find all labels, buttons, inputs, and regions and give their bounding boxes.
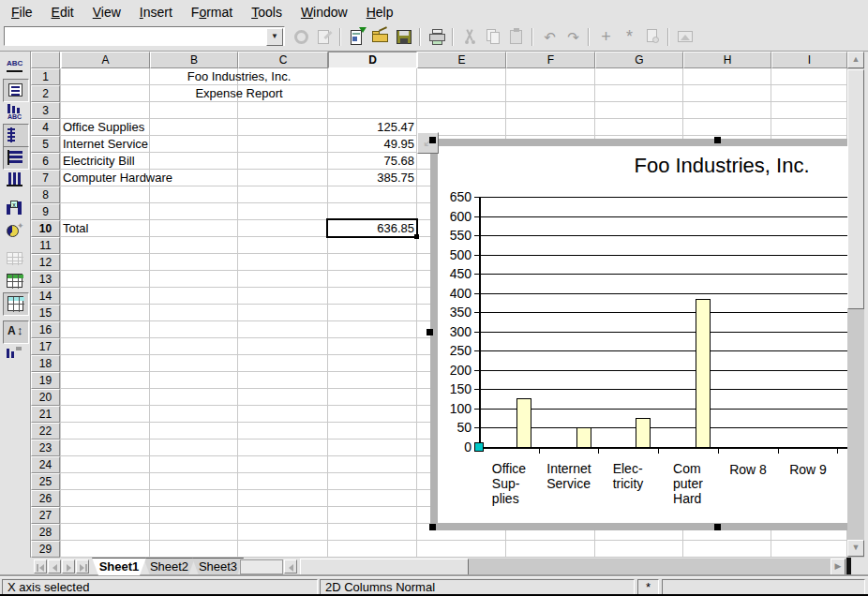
row-header-24[interactable]: 24 [31, 456, 60, 473]
sheet-tab-sheet2[interactable]: Sheet2 [143, 558, 195, 575]
hscroll-right-icon[interactable]: ▶ [831, 559, 846, 575]
x-axis[interactable] [479, 447, 849, 449]
chart-vertical-grid-icon[interactable] [3, 169, 27, 190]
column-header-F[interactable]: F [506, 52, 595, 68]
first-sheet-button[interactable] [34, 559, 47, 574]
vertical-scrollbar[interactable]: ▲ ▼ [847, 52, 864, 558]
row-header-6[interactable]: 6 [31, 153, 60, 170]
cell-title-row2[interactable]: Expense Report [150, 86, 328, 101]
menu-window[interactable]: Window [292, 3, 357, 22]
bar-internet-service[interactable] [576, 427, 591, 448]
sheet-tab-sheet3[interactable]: Sheet3 [192, 558, 244, 575]
cell-title-row1[interactable]: Foo Industries, Inc. [150, 69, 328, 84]
last-sheet-button[interactable] [76, 559, 89, 574]
x-axis-category-label[interactable]: Row 8 [718, 461, 778, 478]
menu-tools[interactable]: Tools [242, 3, 292, 22]
row-header-11[interactable]: 11 [31, 237, 60, 254]
axis-selection-handle[interactable] [474, 442, 484, 452]
row-header-5[interactable]: 5 [31, 136, 60, 153]
x-axis-category-label[interactable]: Com puter Hard [658, 461, 718, 507]
new-document-icon[interactable] [347, 26, 368, 48]
chart-data-in-columns-icon[interactable] [3, 292, 29, 316]
vertical-scrollbar-thumb[interactable] [847, 69, 864, 309]
cell-label-row7[interactable]: Computer Hardware [63, 171, 172, 186]
column-header-D[interactable]: D [328, 52, 417, 68]
chart-reorganize-icon[interactable] [3, 343, 27, 365]
column-header-E[interactable]: E [417, 52, 506, 68]
menu-edit[interactable]: Edit [42, 3, 83, 22]
row-header-13[interactable]: 13 [31, 271, 60, 288]
menu-view[interactable]: View [83, 3, 130, 22]
x-axis-category-label[interactable]: Office Sup- plies [479, 461, 539, 507]
chart-legend-onoff-icon[interactable] [3, 79, 29, 102]
chart-title-onoff-icon[interactable]: ABC [3, 56, 27, 78]
row-header-12[interactable]: 12 [31, 254, 60, 271]
row-header-7[interactable]: 7 [31, 170, 60, 186]
chart-axes-descriptions-icon[interactable] [3, 124, 29, 147]
chart-edit-type-icon[interactable]: x [3, 197, 27, 218]
row-header-17[interactable]: 17 [31, 338, 60, 355]
x-axis-category-label[interactable]: Internet Service [539, 461, 599, 492]
chart-data-in-rows-icon[interactable] [3, 270, 27, 291]
cell-label-row5[interactable]: Internet Service [63, 137, 148, 152]
column-header-I[interactable]: I [771, 52, 847, 68]
row-header-22[interactable]: 22 [31, 423, 60, 440]
combobox-dropdown-icon[interactable]: ▼ [266, 28, 283, 46]
column-header-A[interactable]: A [61, 52, 150, 68]
cell-value-row7[interactable]: 385.75 [328, 171, 414, 186]
menu-help[interactable]: Help [357, 3, 403, 22]
open-icon[interactable] [370, 26, 392, 48]
sheet-tab-sheet1[interactable]: Sheet1 [92, 558, 146, 575]
object-selection-handle[interactable] [429, 524, 436, 530]
url-input[interactable] [7, 28, 271, 46]
column-header-H[interactable]: H [683, 52, 771, 68]
row-header-29[interactable]: 29 [31, 541, 60, 558]
row-header-26[interactable]: 26 [31, 490, 60, 507]
row-header-3[interactable]: 3 [31, 102, 60, 119]
row-header-21[interactable]: 21 [31, 406, 60, 423]
row-header-23[interactable]: 23 [31, 440, 60, 456]
row-header-19[interactable]: 19 [31, 372, 60, 389]
cell-cursor[interactable] [326, 218, 418, 238]
horizontal-scrollbar-thumb[interactable] [300, 559, 469, 575]
bar-electricity[interactable] [636, 418, 651, 448]
grid-corner-box[interactable] [31, 52, 60, 68]
cell-value-row4[interactable]: 125.47 [328, 120, 414, 135]
cell-value-row5[interactable]: 49.95 [328, 137, 414, 152]
x-axis-category-label[interactable]: Elec- tricity [598, 461, 658, 492]
row-header-9[interactable]: 9 [31, 203, 60, 220]
window-split-handle[interactable] [846, 558, 851, 576]
row-header-16[interactable]: 16 [31, 321, 60, 338]
chart-area[interactable]: Foo Industries, Inc. 0501001502002503003… [438, 146, 849, 523]
column-header-G[interactable]: G [595, 52, 683, 68]
row-header-28[interactable]: 28 [31, 524, 60, 541]
x-axis-category-label[interactable]: Row 9 [778, 461, 838, 478]
chart-horizontal-grid-icon[interactable] [3, 146, 29, 170]
fill-handle[interactable] [414, 234, 419, 239]
row-header-14[interactable]: 14 [31, 288, 60, 305]
row-header-10[interactable]: 10 [31, 220, 60, 237]
row-header-20[interactable]: 20 [31, 389, 60, 406]
chart-axes-title-icon[interactable]: ABC [3, 101, 27, 123]
chart-data-table-icon[interactable] [3, 247, 27, 269]
row-header-25[interactable]: 25 [31, 473, 60, 490]
row-header-1[interactable]: 1 [31, 68, 60, 85]
object-selection-handle[interactable] [429, 137, 436, 143]
chart-object[interactable]: Foo Industries, Inc. 0501001502002503003… [430, 139, 849, 530]
y-axis[interactable] [479, 197, 481, 449]
object-selection-handle[interactable] [714, 137, 721, 143]
menu-format[interactable]: Format [182, 3, 242, 22]
column-header-B[interactable]: B [150, 52, 238, 68]
cell-label-row4[interactable]: Office Supplies [63, 120, 144, 135]
menu-insert[interactable]: Insert [130, 3, 182, 22]
bar-computer-hard[interactable] [696, 299, 711, 448]
bar-office-supplies[interactable] [516, 398, 531, 448]
chart-autoformat-icon[interactable]: ✦ [3, 219, 27, 241]
previous-sheet-button[interactable] [48, 559, 61, 574]
menu-file[interactable]: File [2, 3, 42, 22]
row-header-2[interactable]: 2 [31, 85, 60, 102]
cell-label-row6[interactable]: Electricity Bill [63, 154, 135, 169]
cell-value-row6[interactable]: 75.68 [328, 154, 414, 169]
row-header-27[interactable]: 27 [31, 507, 60, 524]
next-sheet-button[interactable] [62, 559, 75, 574]
